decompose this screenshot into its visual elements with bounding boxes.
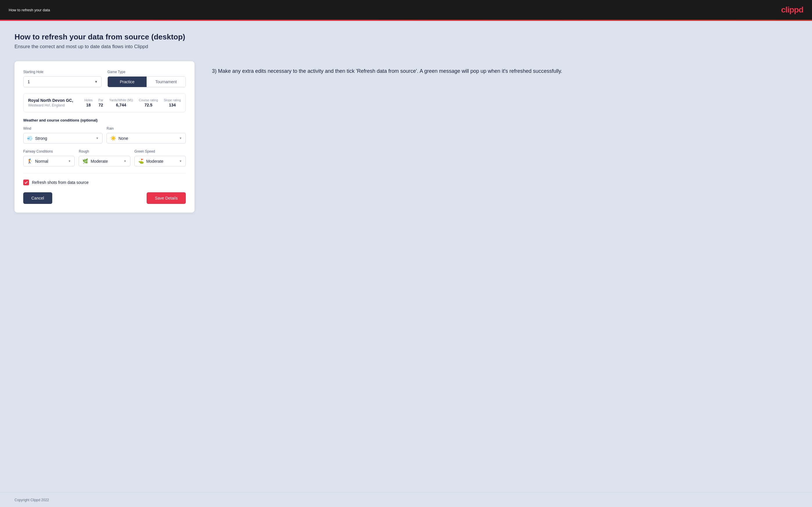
starting-hole-select-wrapper[interactable]: 1 ▼ (23, 76, 102, 87)
refresh-checkbox-row: Refresh shots from data source (23, 179, 186, 185)
page-subtitle: Ensure the correct and most up to date d… (14, 44, 798, 50)
rough-icon: 🌿 (83, 158, 88, 164)
refresh-checkbox-label: Refresh shots from data source (32, 180, 89, 185)
fairway-icon: 🏌️ (27, 158, 33, 164)
yards-stat: Yards/White (M)) 6,744 (109, 98, 133, 107)
conditions-title: Weather and course conditions (optional) (23, 118, 186, 122)
rain-select[interactable]: ☀️ None ▼ (107, 133, 186, 144)
rain-group: Rain ☀️ None ▼ (107, 126, 186, 144)
fairway-value: Normal (35, 159, 66, 164)
course-rating-label: Course rating (139, 98, 158, 102)
side-description-text: 3) Make any extra edits necessary to the… (212, 67, 798, 75)
green-speed-value: Moderate (146, 159, 177, 164)
rain-icon: ☀️ (110, 135, 116, 141)
wind-value: Strong (35, 136, 94, 141)
rough-group: Rough 🌿 Moderate ▼ (79, 149, 130, 167)
top-bar: How to refresh your data clippd (0, 0, 812, 20)
green-speed-icon: ⛳ (138, 158, 144, 164)
rough-chevron-icon: ▼ (124, 160, 126, 163)
rough-select[interactable]: 🌿 Moderate ▼ (79, 156, 130, 167)
starting-hole-label: Starting Hole (23, 70, 102, 74)
green-speed-group: Green Speed ⛳ Moderate ▼ (135, 149, 186, 167)
course-rating-value: 72.5 (139, 103, 158, 107)
slope-rating-label: Slope rating (164, 98, 181, 102)
wind-icon: 💨 (27, 135, 33, 141)
slope-rating-stat: Slope rating 134 (164, 98, 181, 107)
game-type-toggle: Practice Tournament (107, 76, 186, 87)
top-bar-title: How to refresh your data (9, 8, 50, 12)
wind-label: Wind (23, 126, 102, 130)
conditions-bottom-row: Fairway Conditions 🏌️ Normal ▼ Rough 🌿 M… (23, 149, 186, 167)
content-area: Starting Hole 1 ▼ Game Type Practice Tou… (14, 61, 798, 213)
wind-select[interactable]: 💨 Strong ▼ (23, 133, 102, 144)
cancel-button[interactable]: Cancel (23, 192, 52, 204)
holes-value: 18 (85, 103, 93, 107)
fairway-select[interactable]: 🏌️ Normal ▼ (23, 156, 74, 167)
page-heading: How to refresh your data from source (de… (14, 33, 798, 42)
check-icon (24, 181, 28, 184)
top-form-row: Starting Hole 1 ▼ Game Type Practice Tou… (23, 70, 186, 87)
par-label: Par (98, 98, 103, 102)
rough-label: Rough (79, 149, 130, 154)
game-type-group: Game Type Practice Tournament (107, 70, 186, 87)
divider (23, 173, 186, 174)
course-location: Westward Ho!, England (28, 103, 82, 107)
practice-button[interactable]: Practice (108, 76, 147, 87)
save-button[interactable]: Save Details (147, 192, 186, 204)
course-card: Royal North Devon GC, Westward Ho!, Engl… (23, 93, 186, 112)
logo: clippd (781, 5, 803, 14)
course-rating-stat: Course rating 72.5 (139, 98, 158, 107)
tournament-button[interactable]: Tournament (147, 76, 186, 87)
footer: Copyright Clippd 2022 (0, 492, 812, 507)
green-speed-select[interactable]: ⛳ Moderate ▼ (135, 156, 186, 167)
fairway-group: Fairway Conditions 🏌️ Normal ▼ (23, 149, 74, 167)
rain-label: Rain (107, 126, 186, 130)
holes-label: Holes (85, 98, 93, 102)
course-stats: Holes 18 Par 72 Yards/White (M)) 6,744 C… (85, 98, 181, 107)
slope-rating-value: 134 (164, 103, 181, 107)
button-row: Cancel Save Details (23, 192, 186, 204)
form-card: Starting Hole 1 ▼ Game Type Practice Tou… (14, 61, 195, 213)
rough-value: Moderate (91, 159, 121, 164)
conditions-top-row: Wind 💨 Strong ▼ Rain ☀️ None ▼ (23, 126, 186, 144)
main-content: How to refresh your data from source (de… (0, 21, 812, 492)
refresh-checkbox[interactable] (23, 179, 29, 185)
fairway-chevron-icon: ▼ (68, 160, 71, 163)
green-speed-chevron-icon: ▼ (179, 160, 182, 163)
course-name: Royal North Devon GC, (28, 98, 82, 103)
par-stat: Par 72 (98, 98, 103, 107)
starting-hole-group: Starting Hole 1 ▼ (23, 70, 102, 87)
wind-chevron-icon: ▼ (96, 136, 99, 140)
rain-chevron-icon: ▼ (179, 136, 182, 140)
green-speed-label: Green Speed (135, 149, 186, 154)
starting-hole-select[interactable]: 1 (23, 76, 101, 87)
wind-group: Wind 💨 Strong ▼ (23, 126, 102, 144)
holes-stat: Holes 18 (85, 98, 93, 107)
par-value: 72 (98, 103, 103, 107)
course-info: Royal North Devon GC, Westward Ho!, Engl… (28, 98, 82, 107)
side-description: 3) Make any extra edits necessary to the… (212, 61, 798, 75)
fairway-label: Fairway Conditions (23, 149, 74, 154)
yards-value: 6,744 (109, 103, 133, 107)
game-type-label: Game Type (107, 70, 186, 74)
footer-text: Copyright Clippd 2022 (14, 498, 49, 502)
yards-label: Yards/White (M)) (109, 98, 133, 102)
rain-value: None (118, 136, 177, 141)
